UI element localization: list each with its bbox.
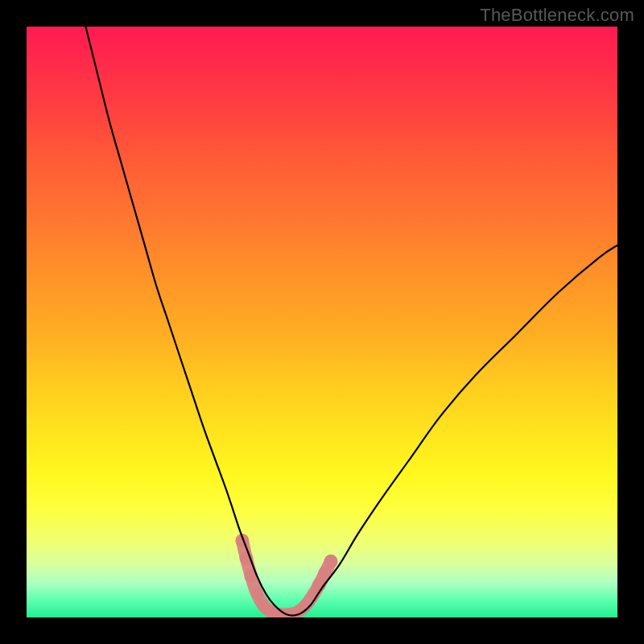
marker-dot [251, 588, 262, 600]
plot-area [27, 27, 617, 617]
bottleneck-curve [85, 27, 617, 616]
chart-frame: TheBottleneck.com [0, 0, 644, 644]
marker-layer [235, 534, 337, 617]
chart-svg [27, 27, 617, 617]
marker-dot [324, 555, 338, 568]
watermark-text: TheBottleneck.com [480, 5, 634, 26]
